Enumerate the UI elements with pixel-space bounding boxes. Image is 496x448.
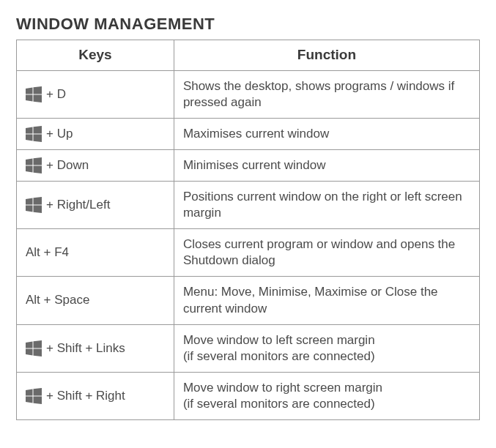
- table-row: + Shift + LinksMove window to left scree…: [17, 324, 480, 372]
- svg-marker-2: [26, 94, 33, 101]
- svg-marker-12: [26, 198, 33, 205]
- svg-marker-11: [34, 166, 42, 174]
- windows-key-icon: [26, 86, 42, 102]
- table-row: + UpMaximises current window: [17, 118, 480, 149]
- keys-cell: + Down: [17, 149, 174, 181]
- windows-key-icon: [26, 126, 42, 142]
- svg-marker-18: [26, 348, 33, 355]
- svg-marker-0: [26, 87, 33, 94]
- svg-marker-1: [34, 86, 42, 94]
- svg-marker-21: [34, 388, 42, 396]
- key-combo-text: + Shift + Links: [46, 340, 125, 356]
- table-row: + Right/LeftPositions current window on …: [17, 182, 480, 229]
- table-row: + DownMinimises current window: [17, 149, 480, 181]
- svg-marker-13: [34, 197, 42, 205]
- keys-cell: Alt + F4: [17, 229, 174, 277]
- svg-marker-8: [26, 159, 33, 165]
- function-cell: Move window to right screen margin(if se…: [174, 372, 479, 419]
- function-cell: Minimises current window: [174, 149, 479, 181]
- svg-marker-16: [26, 341, 33, 348]
- table-header-row: Keys Function: [17, 40, 480, 71]
- function-cell: Shows the desktop, shows programs / wind…: [174, 70, 479, 118]
- function-cell: Maximises current window: [174, 118, 479, 149]
- svg-marker-9: [34, 157, 42, 165]
- function-cell: Move window to left screen margin(if sev…: [174, 324, 479, 372]
- windows-key-icon: [26, 157, 42, 173]
- function-cell: Positions current window on the right or…: [174, 182, 479, 229]
- keys-cell: + Right/Left: [17, 182, 174, 229]
- table-row: + Shift + RightMove window to right scre…: [17, 372, 480, 419]
- key-combo-text: + Down: [46, 157, 89, 173]
- key-combo-text: Alt + F4: [26, 244, 69, 261]
- function-cell: Closes current program or window and ope…: [174, 229, 479, 277]
- key-combo-text: + D: [46, 86, 66, 102]
- table-row: Alt + F4Closes current program or window…: [17, 229, 480, 277]
- svg-marker-19: [34, 348, 42, 356]
- windows-key-icon: [26, 197, 42, 213]
- svg-marker-14: [26, 206, 33, 212]
- section-title: WINDOW MANAGEMENT: [16, 15, 480, 34]
- keys-cell: + Shift + Right: [17, 372, 174, 419]
- svg-marker-17: [34, 340, 42, 348]
- windows-key-icon: [26, 340, 42, 356]
- svg-marker-3: [34, 94, 42, 102]
- key-combo-text: + Up: [46, 126, 73, 142]
- windows-key-icon: [26, 388, 42, 404]
- svg-marker-4: [26, 127, 33, 133]
- key-combo-text: + Shift + Right: [46, 388, 125, 404]
- svg-marker-6: [26, 134, 33, 141]
- function-cell: Menu: Move, Minimise, Maximise or Close …: [174, 277, 479, 324]
- svg-marker-15: [34, 206, 42, 214]
- keys-header: Keys: [17, 40, 174, 71]
- keys-cell: + D: [17, 70, 174, 118]
- keys-cell: + Up: [17, 118, 174, 149]
- svg-marker-10: [26, 166, 33, 173]
- table-row: + DShows the desktop, shows programs / w…: [17, 70, 480, 118]
- key-combo-text: + Right/Left: [46, 197, 110, 213]
- shortcuts-table: Keys Function + DShows the desktop, show…: [16, 40, 480, 420]
- svg-marker-22: [26, 396, 33, 403]
- key-combo-text: Alt + Space: [26, 292, 89, 308]
- keys-cell: + Shift + Links: [17, 324, 174, 372]
- svg-marker-23: [34, 396, 42, 404]
- table-row: Alt + SpaceMenu: Move, Minimise, Maximis…: [17, 277, 480, 324]
- svg-marker-20: [26, 389, 33, 395]
- function-header: Function: [174, 40, 479, 71]
- svg-marker-7: [34, 134, 42, 142]
- svg-marker-5: [34, 126, 42, 134]
- keys-cell: Alt + Space: [17, 277, 174, 324]
